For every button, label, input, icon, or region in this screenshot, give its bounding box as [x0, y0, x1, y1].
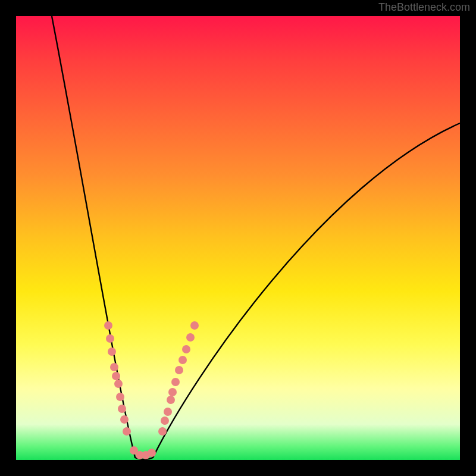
data-point [171, 378, 180, 386]
data-point [161, 416, 169, 425]
data-point [167, 396, 175, 404]
data-point [104, 321, 112, 330]
data-point [116, 393, 124, 401]
data-point [110, 363, 118, 371]
data-point [106, 334, 114, 343]
bottleneck-curve [52, 16, 460, 459]
data-point [112, 372, 120, 380]
data-point [120, 415, 129, 424]
data-point [123, 427, 131, 436]
data-point [148, 449, 156, 457]
data-point [182, 345, 190, 353]
data-point [164, 408, 172, 416]
data-point [108, 347, 116, 356]
data-point [168, 388, 177, 396]
data-point [175, 366, 183, 374]
data-point [158, 427, 167, 436]
data-point [186, 333, 195, 342]
data-point [178, 356, 187, 364]
plot-area [16, 16, 460, 460]
chart-container: TheBottleneck.com [0, 0, 476, 476]
data-point [118, 405, 126, 413]
watermark-text: TheBottleneck.com [378, 1, 470, 14]
curve-svg [16, 16, 460, 460]
data-point [190, 321, 199, 330]
data-point [114, 380, 123, 388]
